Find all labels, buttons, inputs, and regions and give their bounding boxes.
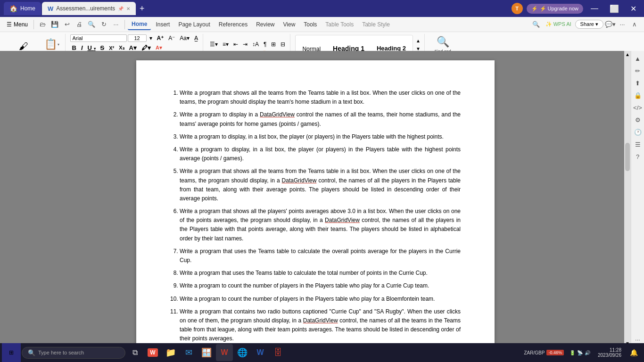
border-button[interactable]: ⊟ xyxy=(279,40,287,49)
font-name-input[interactable] xyxy=(70,34,127,42)
menu-tools[interactable]: Tools xyxy=(300,19,321,30)
share-button[interactable]: Share ▾ xyxy=(575,20,603,29)
collapse-ribbon-icon[interactable]: ∧ xyxy=(629,19,640,30)
volume-icon[interactable]: 🔊 xyxy=(585,350,590,355)
menu-table-tools[interactable]: Table Tools xyxy=(322,19,357,30)
wps-ai-button[interactable]: ✨ WPS AI xyxy=(543,21,574,27)
maximize-button[interactable]: ⬜ xyxy=(606,2,623,15)
taskbar-search-placeholder: Type here to search xyxy=(38,350,84,355)
close-button[interactable]: ✕ xyxy=(627,2,640,15)
menu-review[interactable]: Review xyxy=(252,19,278,30)
list-item-5: Write a program that shows all the teams… xyxy=(180,167,461,203)
menu-table-style[interactable]: Table Style xyxy=(358,19,394,30)
battery-icon[interactable]: 🔋 xyxy=(570,350,575,355)
more-quick-icon[interactable]: ··· xyxy=(110,19,122,30)
taskbar-files-icon[interactable]: 📁 xyxy=(162,344,179,361)
decrease-indent-button[interactable]: ⇤ xyxy=(231,40,240,49)
taskbar-mail-icon[interactable]: ✉ xyxy=(180,344,197,361)
sort-button[interactable]: ↕A xyxy=(250,40,261,49)
styles-scroll-up[interactable]: ▲ xyxy=(415,37,421,44)
doc-scrollbar[interactable]: ▲ ▼ xyxy=(624,51,631,347)
taskbar-task-view[interactable]: ⧉ xyxy=(126,344,143,361)
taskbar-search-box[interactable]: 🔍 Type here to search xyxy=(22,347,125,359)
network-icon[interactable]: 📡 xyxy=(577,350,583,355)
notification-icon[interactable]: 🔔 xyxy=(625,344,642,361)
menu-home[interactable]: Home xyxy=(128,19,151,30)
change-case-button[interactable]: Aa▾ xyxy=(178,34,191,42)
menu-references[interactable]: References xyxy=(215,19,251,30)
paste-button[interactable]: 📋 ▾ xyxy=(41,37,62,51)
sidebar-scroll-up[interactable]: ▲ xyxy=(632,53,644,64)
search-doc-icon[interactable]: 🔍 xyxy=(86,19,97,30)
date-display: 2023/09/26 xyxy=(598,353,621,358)
menu-page-layout[interactable]: Page Layout xyxy=(174,19,214,30)
ms-windows-icon: 🪟 xyxy=(201,347,212,358)
user-avatar[interactable]: T xyxy=(512,3,523,14)
sidebar-edit-icon[interactable]: ✏ xyxy=(632,65,644,76)
save-icon[interactable]: 💾 xyxy=(49,19,60,30)
currency-label: ZAR/GBP xyxy=(524,350,545,355)
numbered-list-button[interactable]: ≡▾ xyxy=(221,40,231,49)
document: Write a program that shows all the teams… xyxy=(136,60,495,347)
doc-tab-pin[interactable]: 📌 xyxy=(118,6,124,11)
show-para-button[interactable]: ¶ xyxy=(262,40,268,49)
taskbar-access-icon[interactable]: 🗄 xyxy=(270,344,287,361)
font-name-row: 12 ▾ A⁺ A⁻ Aa▾ A̲ xyxy=(70,34,200,42)
clock-widget[interactable]: 11:28 2023/09/26 xyxy=(596,347,623,358)
access-icon: 🗄 xyxy=(274,348,282,358)
clear-format-button[interactable]: A̲ xyxy=(192,34,200,42)
taskbar-chrome-icon[interactable]: 🌐 xyxy=(234,344,251,361)
list-item-10: Write a program to count the number of p… xyxy=(180,295,461,304)
tab-document[interactable]: W Assessmen...uirements 📌 ✕ xyxy=(42,2,136,15)
minimize-button[interactable]: — xyxy=(587,2,602,15)
sidebar-code-icon[interactable]: </> xyxy=(632,102,644,113)
taskbar: ⊞ 🔍 Type here to search ⧉ W 📁 ✉ 🪟 W 🌐 W … xyxy=(0,343,644,362)
chrome-icon: 🌐 xyxy=(237,347,248,358)
taskbar-system-tray: ZAR/GBP -0.46% 🔋 📡 🔊 11:28 2023/09/26 🔔 xyxy=(524,344,643,361)
doc-tab-close[interactable]: ✕ xyxy=(126,6,130,11)
doc-content: Write a program that shows all the teams… xyxy=(170,89,461,347)
sidebar-lock-icon[interactable]: 🔒 xyxy=(632,90,644,101)
comment-button[interactable]: 💬▾ xyxy=(604,19,616,30)
sidebar-history-icon[interactable]: 🕐 xyxy=(632,126,644,138)
start-button[interactable]: ⊞ xyxy=(2,343,21,362)
bullet-list-button[interactable]: ☰▾ xyxy=(208,40,220,49)
word-icon: W xyxy=(256,348,264,357)
tab-home[interactable]: 🏠 Home xyxy=(4,2,41,15)
upgrade-button[interactable]: ⚡ ⚡ Upgrade now xyxy=(527,4,584,14)
search-toolbar-icon[interactable]: 🔍 xyxy=(530,19,542,30)
document-container[interactable]: ▲ ▼ Write a program that shows all the t… xyxy=(0,51,631,347)
new-tab-button[interactable]: + xyxy=(137,4,148,14)
taskbar-windows-icon[interactable]: 🪟 xyxy=(198,344,215,361)
font-size-dropdown[interactable]: ▾ xyxy=(148,34,154,42)
font-shrink-button[interactable]: A⁻ xyxy=(166,34,177,42)
menu-hamburger[interactable]: ☰ Menu xyxy=(4,20,31,29)
scroll-track xyxy=(625,59,630,339)
sidebar-list-icon[interactable]: ☰ xyxy=(632,139,644,150)
print-icon[interactable]: 🖨 xyxy=(74,19,85,30)
redo-icon[interactable]: ↻ xyxy=(98,19,109,30)
open-file-icon[interactable]: 🗁 xyxy=(37,19,48,30)
scroll-thumb[interactable] xyxy=(625,143,630,171)
sidebar-help-icon[interactable]: ? xyxy=(632,151,644,162)
font-grow-button[interactable]: A⁺ xyxy=(155,34,166,42)
increase-indent-button[interactable]: ⇥ xyxy=(241,40,249,49)
paste-dropdown-arrow: ▾ xyxy=(58,42,59,47)
col-button[interactable]: ⊞ xyxy=(269,40,278,49)
menu-view[interactable]: View xyxy=(280,19,299,30)
taskbar-wps-icon[interactable]: W xyxy=(144,344,161,361)
more-menu-icon[interactable]: ··· xyxy=(617,19,628,30)
scroll-up-arrow[interactable]: ▲ xyxy=(624,51,631,58)
list-item-7: Write a program that uses the Teams tabl… xyxy=(180,247,461,265)
undo-icon[interactable]: ↩ xyxy=(61,19,73,30)
menu-insert[interactable]: Insert xyxy=(152,19,173,30)
task-view-icon: ⧉ xyxy=(132,348,138,357)
taskbar-wps2-icon[interactable]: W xyxy=(216,344,233,361)
font-size-input[interactable]: 12 xyxy=(128,34,147,42)
sidebar-cursor-icon[interactable]: ⬆ xyxy=(632,77,644,89)
list-item-2: Write a program to display in a DataGrid… xyxy=(180,110,461,128)
taskbar-word-icon[interactable]: W xyxy=(252,344,269,361)
title-bar-controls: T ⚡ ⚡ Upgrade now — ⬜ ✕ xyxy=(512,2,641,15)
sidebar-settings-icon[interactable]: ⚙ xyxy=(632,114,644,125)
home-tab-icon: 🏠 xyxy=(9,5,17,12)
